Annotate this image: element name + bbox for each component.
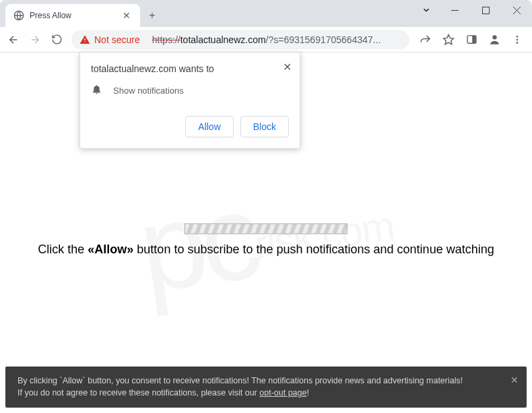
svg-point-12 [517,38,519,40]
content-area: pcrisk.com ✕ totalactualnewz.com wants t… [0,53,532,413]
svg-point-11 [517,36,519,38]
address-bar[interactable]: Not secure https://totalactualnewz.com/?… [71,30,409,49]
reload-button[interactable] [47,30,66,49]
block-button[interactable]: Block [240,116,289,137]
close-icon[interactable]: ✕ [510,373,519,387]
svg-point-13 [517,42,519,44]
globe-icon [13,10,24,21]
minimize-button[interactable] [439,0,470,20]
profile-icon[interactable] [484,30,505,49]
share-icon[interactable] [415,30,436,49]
consent-bar: ✕ By clicking `Allow` button, you consen… [5,367,527,408]
permission-prompt: ✕ totalactualnewz.com wants to Show noti… [79,53,300,149]
maximize-button[interactable] [470,0,501,20]
svg-point-10 [492,35,496,39]
warning-icon [79,34,90,45]
page-instruction: Click the «Allow» button to subscribe to… [0,243,532,257]
allow-button[interactable]: Allow [185,116,233,137]
bell-icon [91,84,102,97]
bookmark-icon[interactable] [438,30,459,49]
permission-origin: totalactualnewz.com wants to [91,63,289,74]
title-bar: Press Allow ✕ + [0,0,532,27]
permission-body: Show notifications [113,86,184,96]
forward-button[interactable] [26,30,44,49]
tab-title: Press Allow [30,11,116,20]
new-tab-button[interactable]: + [143,6,162,25]
svg-marker-7 [444,34,454,44]
toolbar: Not secure https://totalactualnewz.com/?… [0,27,532,53]
close-icon[interactable]: ✕ [121,10,132,21]
side-panel-icon[interactable] [461,30,482,49]
chevron-down-icon[interactable] [413,0,439,20]
not-secure-label: Not secure [94,34,140,45]
close-icon[interactable]: ✕ [283,61,292,73]
opt-out-link[interactable]: opt-out page [259,388,306,398]
consent-line1: By clicking `Allow` button, you consent … [18,375,500,387]
not-secure-chip[interactable]: Not secure [74,30,147,49]
menu-icon[interactable] [506,30,528,49]
back-button[interactable] [4,30,23,49]
page-content: Click the «Allow» button to subscribe to… [0,224,532,257]
svg-rect-2 [482,7,489,13]
svg-rect-9 [472,36,476,43]
progress-bar [185,224,347,234]
url-text: https://totalactualnewz.com/?s=693156917… [152,34,407,45]
browser-tab[interactable]: Press Allow ✕ [5,4,140,27]
window-controls [413,0,532,27]
consent-line2: If you do not agree to receive these not… [18,387,500,400]
close-window-button[interactable] [501,0,532,20]
